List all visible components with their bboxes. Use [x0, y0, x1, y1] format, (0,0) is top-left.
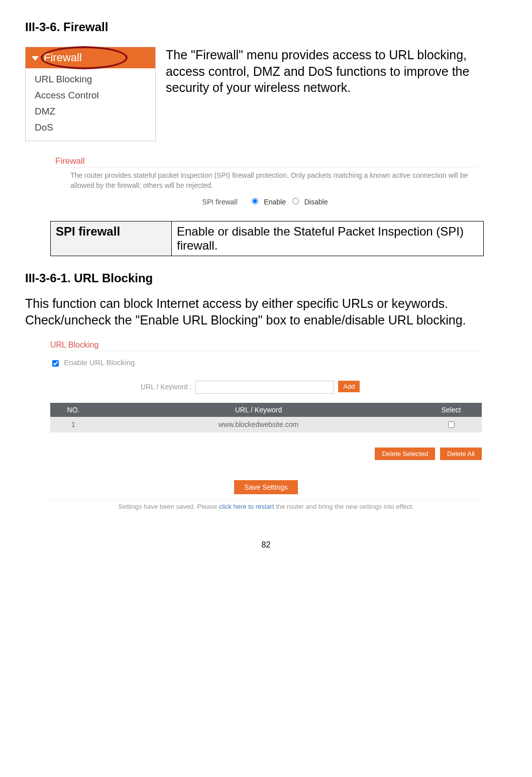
- restart-post: the router and bring the new settings in…: [276, 503, 413, 510]
- cell-url: www.blockedwebsite.com: [96, 417, 420, 432]
- col-select: Select: [420, 403, 482, 417]
- menu-header-label: Firewall: [44, 51, 82, 64]
- spi-enable-label: Enable: [264, 198, 286, 206]
- spi-enable-radio[interactable]: [252, 198, 258, 204]
- panel-title-url-blocking: URL Blocking: [50, 341, 482, 351]
- spi-disable-label: Disable: [304, 198, 328, 206]
- panel-title-firewall: Firewall: [55, 156, 477, 168]
- spi-label: SPI firewall: [202, 198, 238, 206]
- intro-text: The "Firewall" menu provides access to U…: [166, 47, 507, 141]
- spi-disable-radio[interactable]: [292, 198, 299, 204]
- restart-link[interactable]: click here to restart: [217, 503, 276, 510]
- delete-all-button[interactable]: Delete All: [440, 448, 482, 460]
- table-row: 1 www.blockedwebsite.com: [50, 417, 482, 432]
- row-select-checkbox[interactable]: [448, 421, 455, 428]
- menu-header-firewall[interactable]: Firewall: [26, 47, 155, 68]
- table-header-row: NO. URL / Keyword Select: [50, 403, 482, 417]
- page-number: 82: [25, 540, 507, 549]
- restart-message: Settings have been saved. Please click h…: [50, 499, 482, 510]
- panel-description: The router provides stateful packet insp…: [55, 171, 477, 190]
- restart-pre: Settings have been saved. Please: [118, 503, 217, 510]
- chevron-down-icon: [32, 56, 39, 61]
- intro-row: Firewall URL Blocking Access Control DMZ…: [25, 47, 507, 141]
- firewall-menu-screenshot: Firewall URL Blocking Access Control DMZ…: [25, 47, 156, 141]
- enable-url-blocking-row: Enable URL Blocking: [50, 358, 482, 368]
- def-definition: Enable or disable the Stateful Packet In…: [172, 221, 484, 256]
- menu-item-dmz[interactable]: DMZ: [35, 103, 146, 120]
- delete-selected-button[interactable]: Delete Selected: [375, 448, 435, 460]
- firewall-settings-panel: Firewall The router provides stateful pa…: [55, 156, 477, 206]
- url-keyword-input[interactable]: [195, 381, 334, 394]
- cell-no: 1: [50, 417, 96, 432]
- enable-url-blocking-checkbox[interactable]: [52, 360, 59, 367]
- save-settings-button[interactable]: Save Settings: [234, 480, 297, 494]
- def-term: SPI firewall: [51, 221, 172, 256]
- menu-item-access-control[interactable]: Access Control: [35, 87, 146, 103]
- section-heading: III-3-6. Firewall: [25, 20, 507, 34]
- add-button[interactable]: Add: [338, 381, 360, 392]
- url-blocking-intro: This function can block Internet access …: [25, 295, 507, 328]
- definition-table: SPI firewall Enable or disable the State…: [50, 221, 484, 256]
- spi-firewall-row: SPI firewall Enable Disable: [55, 196, 477, 206]
- table-row: SPI firewall Enable or disable the State…: [51, 221, 484, 256]
- enable-url-blocking-label: Enable URL Blocking: [64, 358, 135, 367]
- col-no: NO.: [50, 403, 96, 417]
- subsection-heading: III-3-6-1. URL Blocking: [25, 271, 507, 285]
- menu-item-url-blocking[interactable]: URL Blocking: [35, 71, 146, 87]
- url-keyword-label: URL / Keyword :: [141, 382, 191, 390]
- menu-items: URL Blocking Access Control DMZ DoS: [26, 68, 155, 141]
- url-keyword-row: URL / Keyword : Add: [50, 381, 482, 394]
- delete-buttons-row: Delete Selected Delete All: [50, 448, 482, 460]
- url-blocking-panel: URL Blocking Enable URL Blocking URL / K…: [50, 341, 482, 510]
- menu-item-dos[interactable]: DoS: [35, 120, 146, 136]
- url-blocking-table: NO. URL / Keyword Select 1 www.blockedwe…: [50, 403, 482, 432]
- cell-select: [420, 417, 482, 432]
- col-url: URL / Keyword: [96, 403, 420, 417]
- save-row: Save Settings: [50, 480, 482, 494]
